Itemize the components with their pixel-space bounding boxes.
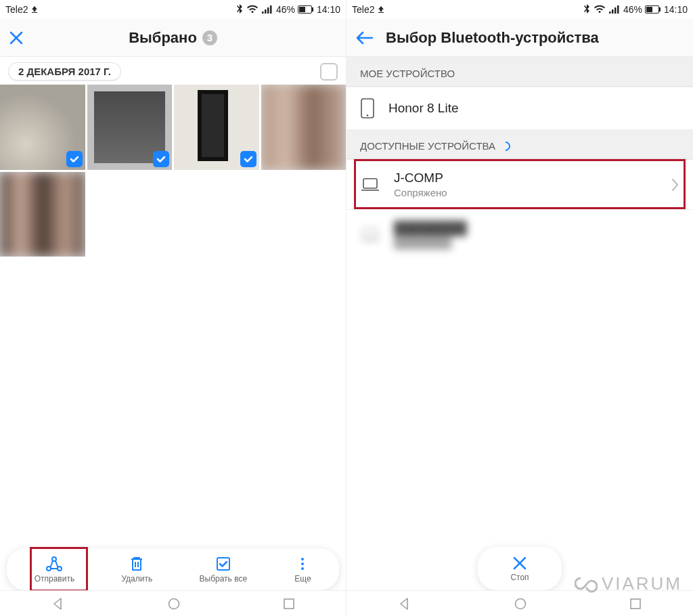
send-button[interactable]: Отправить: [22, 551, 87, 588]
page-title: Выбор Bluetooth-устройства: [386, 29, 599, 47]
back-softkey-icon[interactable]: [51, 597, 65, 611]
nav-bar: [0, 590, 346, 616]
svg-point-27: [515, 598, 525, 609]
svg-rect-6: [312, 7, 313, 12]
photo-thumb[interactable]: [261, 85, 346, 170]
bluetooth-picker-screen: Tele2 46% 14:10 Выбор Bluetooth-устройст…: [346, 0, 693, 616]
chevron-right-icon: [670, 177, 679, 192]
photo-grid: [0, 85, 346, 257]
photo-thumb[interactable]: [0, 172, 85, 257]
svg-point-7: [47, 567, 51, 571]
upload-icon: [377, 5, 385, 14]
status-bar: Tele2 46% 14:10: [346, 0, 693, 19]
laptop-icon: [360, 227, 380, 243]
more-label: Еще: [294, 574, 311, 584]
close-icon[interactable]: [8, 30, 24, 46]
svg-rect-19: [617, 5, 619, 14]
close-icon: [512, 555, 528, 571]
svg-rect-2: [267, 7, 269, 14]
check-icon: [66, 151, 83, 167]
recent-softkey-icon[interactable]: [283, 598, 295, 610]
clock-time: 14:10: [317, 4, 340, 15]
svg-rect-0: [262, 12, 264, 14]
device-row-jcomp[interactable]: J-COMP Сопряжено: [346, 159, 693, 209]
my-device-name: Honor 8 Lite: [388, 101, 679, 116]
bluetooth-icon: [236, 4, 244, 15]
battery-percentage: 46%: [623, 4, 642, 15]
spinner-icon: [499, 139, 512, 153]
select-all-label: Выбрать все: [200, 574, 248, 584]
select-all-button[interactable]: Выбрать все: [187, 551, 260, 588]
device-name-blurred: ████████: [394, 221, 679, 236]
svg-rect-1: [265, 9, 267, 14]
svg-rect-5: [299, 7, 305, 12]
photo-thumb[interactable]: [87, 85, 173, 170]
check-icon: [153, 151, 169, 167]
clock-time: 14:10: [664, 4, 688, 15]
battery-icon: [645, 5, 661, 14]
delete-button[interactable]: Удалить: [109, 551, 164, 588]
recent-softkey-icon[interactable]: [629, 598, 642, 610]
bluetooth-icon: [583, 4, 591, 15]
select-all-icon: [215, 555, 232, 573]
svg-rect-3: [270, 5, 272, 14]
svg-rect-22: [659, 7, 661, 12]
svg-rect-18: [614, 7, 617, 14]
stop-bar: Стоп: [346, 547, 693, 590]
home-softkey-icon[interactable]: [514, 597, 527, 611]
device-row-blurred[interactable]: ████████ ████████: [346, 209, 693, 259]
page-title: Выбрано: [129, 29, 197, 47]
action-bar: Отправить Удалить Выбрать все: [0, 548, 346, 590]
phone-icon: [360, 98, 375, 118]
photo-thumb[interactable]: [0, 85, 85, 170]
svg-point-12: [301, 563, 304, 565]
laptop-icon: [360, 177, 380, 193]
status-bar: Tele2 46% 14:10: [0, 0, 346, 19]
stop-button[interactable]: Стоп: [483, 551, 556, 586]
svg-rect-10: [217, 558, 229, 570]
svg-point-11: [301, 558, 304, 560]
upload-icon: [30, 5, 39, 14]
available-section-header: ДОСТУПНЫЕ УСТРОЙСТВА: [346, 129, 693, 159]
more-button[interactable]: Еще: [282, 551, 323, 588]
back-softkey-icon[interactable]: [398, 597, 411, 611]
stop-label: Стоп: [510, 573, 529, 582]
wifi-icon: [246, 5, 259, 14]
back-arrow-icon[interactable]: [355, 30, 374, 46]
gallery-selection-screen: Tele2 46% 14:10 Выбрано 3 2 ДЕКАБРЯ 2017…: [0, 0, 346, 616]
svg-rect-15: [284, 599, 294, 609]
date-chip[interactable]: 2 ДЕКАБРЯ 2017 Г.: [8, 62, 121, 81]
photo-thumb[interactable]: [174, 85, 259, 170]
bluetooth-header: Выбор Bluetooth-устройства: [346, 19, 693, 57]
check-icon: [240, 151, 256, 167]
svg-rect-25: [363, 179, 377, 188]
svg-rect-28: [631, 599, 640, 609]
date-row: 2 ДЕКАБРЯ 2017 Г.: [0, 57, 346, 85]
device-status: Сопряжено: [394, 187, 656, 198]
delete-label: Удалить: [121, 574, 152, 584]
svg-point-14: [169, 598, 179, 609]
select-day-checkbox[interactable]: [320, 63, 338, 81]
send-label: Отправить: [35, 574, 75, 584]
battery-percentage: 46%: [276, 4, 295, 15]
more-dots-icon: [294, 555, 311, 573]
battery-icon: [298, 5, 314, 14]
carrier-name: Tele2: [5, 4, 28, 15]
svg-point-9: [52, 557, 56, 561]
my-device-section-header: МОЕ УСТРОЙСТВО: [346, 57, 693, 87]
selection-header: Выбрано 3: [0, 19, 346, 57]
device-name: J-COMP: [394, 171, 656, 185]
svg-point-8: [58, 567, 62, 571]
selection-count-badge: 3: [202, 30, 217, 45]
svg-point-13: [301, 567, 304, 570]
device-status-blurred: ████████: [394, 237, 679, 248]
svg-rect-21: [646, 7, 652, 12]
wifi-icon: [594, 5, 606, 14]
svg-rect-17: [612, 9, 614, 14]
my-device-row[interactable]: Honor 8 Lite: [346, 87, 693, 129]
svg-rect-16: [609, 12, 611, 14]
signal-icon: [261, 5, 273, 14]
svg-point-24: [367, 114, 369, 116]
home-softkey-icon[interactable]: [167, 597, 181, 611]
carrier-name: Tele2: [352, 4, 374, 15]
